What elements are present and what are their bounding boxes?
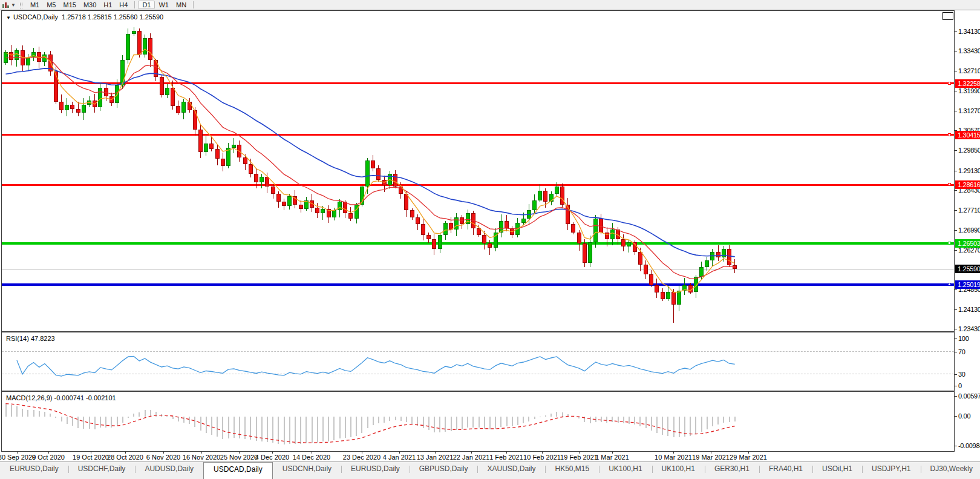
timeframe-w1-button[interactable]: W1 xyxy=(155,1,172,9)
timeframe-m5-button[interactable]: M5 xyxy=(43,1,59,9)
chart-tab-hk50-m15[interactable]: HK50,M15 xyxy=(545,462,599,479)
chart-tab-usdjpy-h1[interactable]: USDJPY,H1 xyxy=(862,462,920,479)
timeframe-buttons: M1M5M15M30H1H4D1W1MN xyxy=(27,1,197,9)
rsi-axis-label: 100 xyxy=(955,335,980,342)
date-label: 1 Feb 2021 xyxy=(489,454,523,461)
chart-tab-fra40-h1[interactable]: FRA40,H1 xyxy=(759,462,812,479)
rsi-axis-label: 0 xyxy=(955,382,980,389)
chart-shift-box[interactable] xyxy=(942,12,953,20)
chart-tab-usoil-h1[interactable]: USOil,H1 xyxy=(812,462,862,479)
rsi-axis-label: 30 xyxy=(955,371,980,378)
macd-label: MACD(12,26,9) -0.000741 -0.002101 xyxy=(6,394,116,401)
level-price-badge: 1.28616 xyxy=(955,180,980,189)
date-label: 9 Oct 2020 xyxy=(32,454,65,461)
rsi-panel[interactable]: RSI(14) 47.8223 xyxy=(1,332,955,391)
level-price-badge: 1.26503 xyxy=(955,239,980,248)
chart-tab-usdcad-daily[interactable]: USDCAD,Daily xyxy=(203,462,273,479)
collapse-icon[interactable]: ▼ xyxy=(6,15,11,21)
chart-tab-gbpusd-daily[interactable]: GBPUSD,Daily xyxy=(410,462,478,479)
date-label: 30 Sep 2020 xyxy=(0,454,36,461)
level-price-badge: 1.32258 xyxy=(955,79,980,88)
chart-ohlc-values: 1.25718 1.25815 1.25560 1.25590 xyxy=(62,13,163,21)
chart-tab-eurusd-daily[interactable]: EURUSD,Daily xyxy=(341,462,410,479)
timeframe-d1-button[interactable]: D1 xyxy=(138,1,155,9)
chevron-down-icon[interactable]: ▼ xyxy=(11,2,16,8)
date-label: 10 Feb 2021 xyxy=(523,454,561,461)
toolbar-separator xyxy=(134,1,135,8)
date-label: 29 Mar 2021 xyxy=(730,454,767,461)
chart-tab-audusd-daily[interactable]: AUDUSD,Daily xyxy=(135,462,203,479)
price-axis-label: 1.32710 xyxy=(955,67,980,74)
chart-tab-usdchf-daily[interactable]: USDCHF,Daily xyxy=(68,462,136,479)
date-label: 23 Dec 2020 xyxy=(343,454,381,461)
chart-tab-eurusd-daily[interactable]: EURUSD,Daily xyxy=(0,462,68,479)
chart-tab-xauusd-daily[interactable]: XAUUSD,Daily xyxy=(477,462,545,479)
date-label: 16 Nov 2020 xyxy=(183,454,220,461)
timeframe-h4-button[interactable]: H4 xyxy=(116,1,131,9)
macd-axis-label: -0.009849 xyxy=(955,442,980,449)
chart-symbol-period: USDCAD,Daily xyxy=(13,13,58,21)
timeframe-m1-button[interactable]: M1 xyxy=(27,1,43,9)
current-price-badge: 1.25590 xyxy=(955,265,980,273)
price-axis-label: 1.33430 xyxy=(955,47,980,55)
macd-axis-label: 0.00 xyxy=(955,412,980,420)
price-axis-label: 1.29130 xyxy=(955,167,980,174)
timeframe-m15-button[interactable]: M15 xyxy=(59,1,79,9)
date-label: 6 Nov 2020 xyxy=(146,454,180,461)
price-axis-label: 1.31990 xyxy=(955,87,980,94)
price-axis-label: 1.26990 xyxy=(955,226,980,234)
toolbar-grip-handle[interactable] xyxy=(20,2,22,8)
mt4-window: ▼ M1M5M15M30H1H4D1W1MN ▼USDCAD,Daily 1.2… xyxy=(0,0,980,479)
date-label: 10 Mar 2021 xyxy=(655,454,692,461)
date-label: 22 Jan 2021 xyxy=(453,454,490,461)
macd-panel[interactable]: MACD(12,26,9) -0.000741 -0.002101 xyxy=(1,391,955,452)
date-label: 13 Jan 2021 xyxy=(417,454,454,461)
macd-axis-label: 0.005978 xyxy=(955,392,980,400)
chart-bars-icon[interactable] xyxy=(2,2,9,8)
price-axis[interactable]: 1.341301.334301.327101.319901.312701.305… xyxy=(955,10,980,452)
price-axis-label: 1.24130 xyxy=(955,306,980,313)
timeframe-h1-button[interactable]: H1 xyxy=(100,1,116,9)
moving-average-lines xyxy=(2,11,954,331)
price-axis-label: 1.23430 xyxy=(955,325,980,332)
date-label: 4 Jan 2021 xyxy=(383,454,416,461)
date-label: 28 Oct 2020 xyxy=(107,454,143,461)
price-axis-label: 1.29850 xyxy=(955,147,980,154)
chart-tabs: EURUSD,DailyUSDCHF,DailyAUDUSD,DailyUSDC… xyxy=(0,461,980,479)
rsi-line xyxy=(2,332,954,391)
price-axis-label: 1.31270 xyxy=(955,107,980,114)
timeframe-m30-button[interactable]: M30 xyxy=(80,1,100,9)
price-axis-label: 1.34130 xyxy=(955,28,980,35)
date-axis[interactable]: 30 Sep 20209 Oct 202019 Oct 202028 Oct 2… xyxy=(0,452,955,461)
chart-title: ▼USDCAD,Daily 1.25718 1.25815 1.25560 1.… xyxy=(6,13,163,21)
macd-signal-line xyxy=(2,392,954,451)
price-axis-label: 1.27710 xyxy=(955,206,980,214)
price-panel[interactable]: ▼USDCAD,Daily 1.25718 1.25815 1.25560 1.… xyxy=(1,10,955,332)
chart-tab-ger30-h1[interactable]: GER30,H1 xyxy=(705,462,759,479)
chart-tab-uk100-h1[interactable]: UK100,H1 xyxy=(599,462,652,479)
toolbar-separator xyxy=(193,1,194,8)
rsi-label: RSI(14) 47.8223 xyxy=(6,335,55,342)
level-price-badge: 1.25019 xyxy=(955,280,980,289)
rsi-axis-label: 70 xyxy=(955,348,980,355)
chart-tab-uk100-h1[interactable]: UK100,H1 xyxy=(652,462,705,479)
date-label: 14 Dec 2020 xyxy=(293,454,330,461)
date-label: 25 Nov 2020 xyxy=(220,454,258,461)
chart-tab-usdcnh-daily[interactable]: USDCNH,Daily xyxy=(273,462,341,479)
date-label: 4 Dec 2020 xyxy=(255,454,289,461)
date-label: 19 Feb 2021 xyxy=(560,454,598,461)
date-label: 19 Oct 2020 xyxy=(73,454,109,461)
timeframe-toolbar: ▼ M1M5M15M30H1H4D1W1MN xyxy=(0,0,980,10)
date-label: 1 Mar 2021 xyxy=(595,454,629,461)
timeframe-mn-button[interactable]: MN xyxy=(172,1,190,9)
date-label: 19 Mar 2021 xyxy=(692,454,730,461)
chart-tab-dj30-weekly[interactable]: DJ30,Weekly xyxy=(921,462,980,479)
level-price-badge: 1.30415 xyxy=(955,131,980,139)
